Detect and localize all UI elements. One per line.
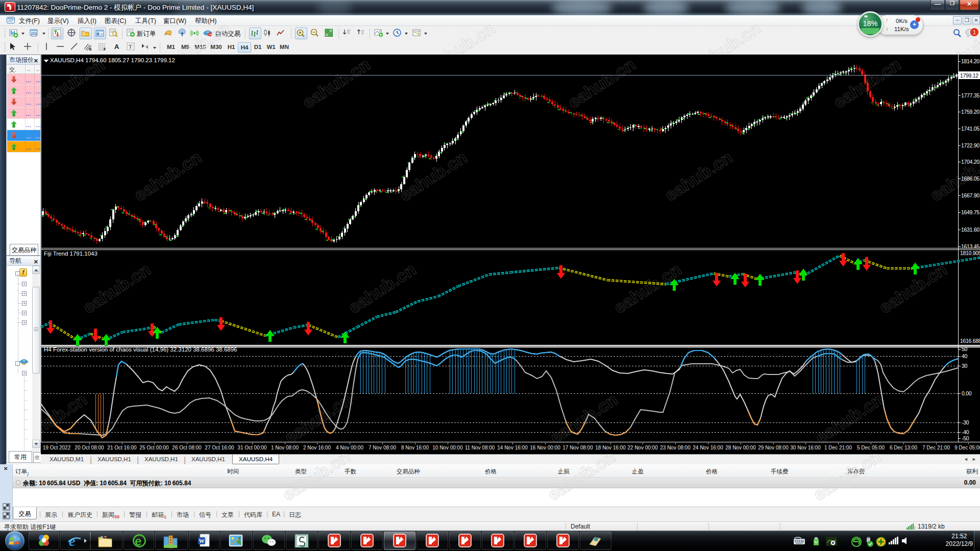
svg-text:26 Oct 08:00: 26 Oct 08:00	[172, 445, 202, 450]
svg-text:18 Nov 16:00: 18 Nov 16:00	[595, 445, 626, 450]
svg-text:28 Nov 00:00: 28 Nov 00:00	[725, 445, 756, 450]
svg-text:-40: -40	[962, 429, 969, 435]
svg-text:19 Oct 2022: 19 Oct 2022	[43, 445, 71, 450]
svg-text:30 Nov 16:00: 30 Nov 16:00	[790, 445, 821, 450]
svg-text:11 Nov 08:00: 11 Nov 08:00	[465, 445, 495, 450]
svg-text:1810.9055: 1810.9055	[960, 250, 980, 256]
svg-text:-50: -50	[962, 435, 969, 441]
svg-text:21 Oct 16:00: 21 Oct 16:00	[107, 445, 137, 450]
svg-text:4 Nov 00:00: 4 Nov 00:00	[336, 445, 363, 450]
svg-text:e: e	[135, 534, 141, 548]
svg-text:1704.20: 1704.20	[961, 159, 979, 165]
svg-text:1686.05: 1686.05	[961, 176, 979, 182]
svg-text:40: 40	[962, 353, 968, 359]
svg-text:29 Nov 08:00: 29 Nov 08:00	[758, 445, 789, 450]
svg-text:1667.90: 1667.90	[961, 192, 979, 198]
svg-text:20 Oct 08:00: 20 Oct 08:00	[75, 445, 104, 450]
svg-text:30: 30	[962, 363, 968, 369]
svg-text:1722.90: 1722.90	[961, 142, 979, 148]
svg-text:1814.20: 1814.20	[961, 58, 979, 64]
svg-text:31 Oct 00:00: 31 Oct 00:00	[237, 445, 267, 450]
svg-text:7 Nov 08:00: 7 Nov 08:00	[369, 445, 396, 450]
svg-text:H4 Forex-station version of ch: H4 Forex-station version of chaos visual…	[44, 346, 237, 353]
svg-text:27 Oct 16:00: 27 Oct 16:00	[205, 445, 234, 450]
svg-text:0.00: 0.00	[962, 390, 972, 396]
svg-text:17 Nov 08:00: 17 Nov 08:00	[562, 445, 593, 450]
svg-text:1777.35: 1777.35	[961, 92, 979, 98]
svg-text:14 Nov 16:00: 14 Nov 16:00	[497, 445, 528, 450]
svg-text:1616.6884: 1616.6884	[960, 338, 980, 344]
svg-text:Fiji Trend 1791.1043: Fiji Trend 1791.1043	[44, 251, 97, 257]
svg-text:1759.20: 1759.20	[961, 109, 979, 115]
svg-text:1 Nov 08:00: 1 Nov 08:00	[271, 445, 299, 450]
svg-text:1613.45: 1613.45	[961, 243, 979, 249]
svg-text:6 Dec 13:00: 6 Dec 13:00	[890, 445, 917, 450]
svg-text:23 Nov 08:00: 23 Nov 08:00	[660, 445, 691, 450]
svg-text:W: W	[199, 538, 205, 544]
svg-text:16 Nov 00:00: 16 Nov 00:00	[530, 445, 560, 450]
svg-text:22 Nov 00:00: 22 Nov 00:00	[627, 445, 658, 450]
svg-text:24 Nov 16:00: 24 Nov 16:00	[693, 445, 723, 450]
svg-text:50: 50	[962, 346, 968, 352]
svg-text:9 Dec 05:00: 9 Dec 05:00	[954, 445, 980, 450]
svg-text:-30: -30	[962, 419, 969, 425]
svg-text:1631.60: 1631.60	[961, 227, 979, 233]
svg-text:7 Dec 21:00: 7 Dec 21:00	[922, 445, 950, 450]
svg-text:1 Dec 21:00: 1 Dec 21:00	[824, 445, 852, 450]
svg-text:XAUUSD,H4 1794.60 1805.27 179: XAUUSD,H4 1794.60 1805.27 1790.23 1799.1…	[50, 57, 175, 63]
svg-text:1649.75: 1649.75	[961, 209, 979, 215]
svg-text:8 Nov 16:00: 8 Nov 16:00	[401, 445, 429, 450]
svg-text:5 Dec 05:00: 5 Dec 05:00	[857, 445, 885, 450]
svg-text:2 Nov 16:00: 2 Nov 16:00	[303, 445, 331, 450]
svg-text:25 Oct 00:00: 25 Oct 00:00	[139, 445, 169, 450]
svg-text:1799.12: 1799.12	[960, 72, 978, 79]
svg-text:1741.05: 1741.05	[961, 126, 979, 132]
svg-text:10 Nov 00:00: 10 Nov 00:00	[432, 445, 463, 450]
